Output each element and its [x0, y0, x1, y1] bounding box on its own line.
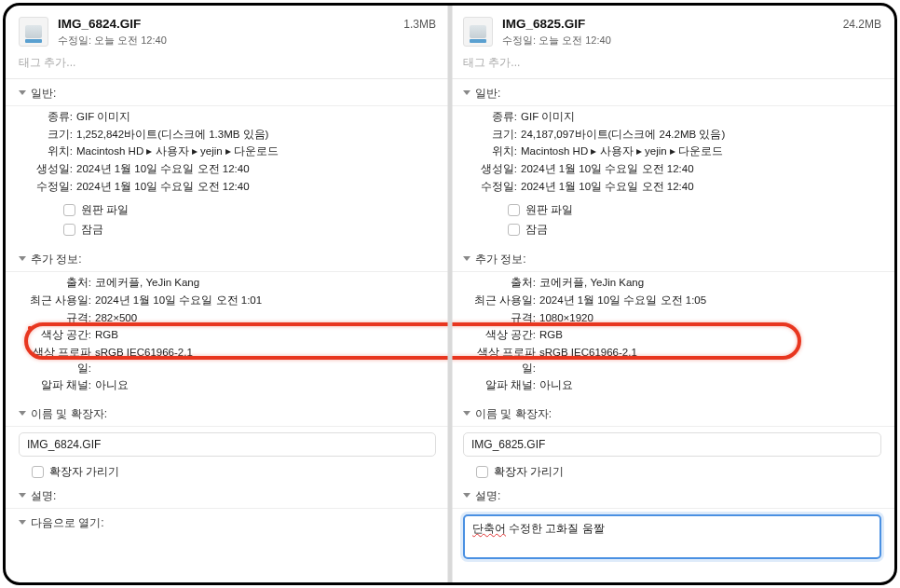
section-label: 이름 및 확장자: — [31, 406, 107, 422]
section-label: 설명: — [475, 488, 500, 504]
section-label: 다음으로 열기: — [31, 515, 104, 531]
description-text-misspelled: 단축어 — [472, 523, 506, 534]
info-panel-right: IMG_6825.GIF 수정일: 오늘 오전 12:40 24.2MB 태그 … — [450, 6, 894, 582]
file-name: IMG_6825.GIF — [502, 17, 834, 31]
value-kind: GIF 이미지 — [76, 109, 130, 125]
label-modified: 수정일: — [463, 179, 521, 195]
value-lastused: 2024년 1월 10일 수요일 오전 1:05 — [539, 293, 706, 308]
section-description[interactable]: 설명: — [450, 482, 894, 509]
section-label: 이름 및 확장자: — [475, 406, 552, 422]
section-general[interactable]: 일반: — [6, 79, 449, 106]
disclosure-triangle-icon — [463, 90, 470, 95]
file-size: 1.3MB — [403, 17, 436, 31]
description-field[interactable]: 단축어 수정한 고화질 움짤 — [463, 514, 881, 559]
modified-subtitle: 수정일: 오늘 오전 12:40 — [502, 34, 834, 48]
value-size: 24,187,097바이트(디스크에 24.2MB 있음) — [521, 127, 725, 143]
label-alpha: 알파 채널: — [19, 377, 95, 393]
label-where: 위치: — [463, 144, 521, 159]
hide-extension-checkbox[interactable] — [32, 466, 44, 478]
header: IMG_6824.GIF 수정일: 오늘 오전 12:40 1.3MB — [6, 6, 449, 51]
value-where: Macintosh HD ▸ 사용자 ▸ yejin ▸ 다운로드 — [76, 144, 279, 159]
locked-label: 잠금 — [81, 223, 103, 237]
name-extension-field[interactable]: IMG_6825.GIF — [463, 432, 881, 457]
locked-checkbox[interactable] — [508, 224, 520, 236]
template-label: 원판 파일 — [81, 203, 129, 217]
value-colorspace: RGB — [539, 327, 563, 343]
label-modified: 수정일: — [19, 179, 76, 195]
value-source: 코에커플, YeJin Kang — [95, 275, 199, 291]
label-source: 출처: — [37, 275, 95, 291]
label-kind: 종류: — [19, 109, 76, 125]
value-colorspace: RGB — [95, 327, 118, 343]
label-alpha: 알파 채널: — [463, 377, 539, 393]
label-source: 출처: — [482, 275, 539, 291]
label-created: 생성일: — [463, 161, 521, 177]
file-name: IMG_6824.GIF — [58, 17, 394, 31]
hide-extension-label: 확장자 가리기 — [49, 465, 119, 479]
disclosure-triangle-icon — [19, 90, 26, 95]
label-colorspace: 색상 공간: — [463, 327, 539, 343]
tag-field[interactable]: 태그 추가... — [6, 51, 449, 79]
section-label: 추가 정보: — [475, 252, 526, 267]
file-thumbnail-icon — [19, 17, 48, 47]
section-open-with[interactable]: 다음으로 열기: — [6, 509, 449, 535]
section-label: 일반: — [31, 86, 56, 102]
value-modified: 2024년 1월 10일 수요일 오전 12:40 — [521, 179, 694, 195]
value-kind: GIF 이미지 — [521, 109, 575, 125]
label-size: 크기: — [19, 127, 76, 143]
label-dimensions: 규격: — [482, 310, 539, 326]
template-checkbox[interactable] — [508, 204, 520, 216]
locked-checkbox[interactable] — [63, 224, 75, 236]
value-dimensions: 1080×1920 — [539, 310, 593, 326]
value-dimensions: 282×500 — [95, 310, 137, 326]
section-extra[interactable]: 추가 정보: — [450, 245, 894, 272]
label-lastused: 최근 사용일: — [463, 293, 539, 308]
value-size: 1,252,842바이트(디스크에 1.3MB 있음) — [76, 127, 268, 143]
value-source: 코에커플, YeJin Kang — [539, 275, 644, 291]
locked-label: 잠금 — [525, 223, 548, 237]
section-extra[interactable]: 추가 정보: — [6, 245, 449, 272]
value-created: 2024년 1월 10일 수요일 오전 12:40 — [521, 161, 694, 177]
value-profile: sRGB IEC61966-2.1 — [95, 345, 193, 376]
value-where: Macintosh HD ▸ 사용자 ▸ yejin ▸ 다운로드 — [521, 144, 723, 159]
disclosure-triangle-icon — [463, 493, 470, 498]
section-label: 추가 정보: — [31, 252, 82, 267]
label-lastused: 최근 사용일: — [19, 293, 95, 308]
label-size: 크기: — [463, 127, 521, 143]
hide-extension-label: 확장자 가리기 — [494, 465, 564, 479]
value-modified: 2024년 1월 10일 수요일 오전 12:40 — [76, 179, 250, 195]
label-colorspace: 색상 공간: — [19, 327, 95, 343]
section-name-ext[interactable]: 이름 및 확장자: — [450, 400, 894, 427]
section-label: 일반: — [475, 86, 500, 102]
section-general[interactable]: 일반: — [450, 79, 894, 106]
section-description[interactable]: 설명: — [6, 482, 449, 509]
disclosure-triangle-icon — [19, 411, 26, 416]
header: IMG_6825.GIF 수정일: 오늘 오전 12:40 24.2MB — [450, 6, 894, 51]
modified-subtitle: 수정일: 오늘 오전 12:40 — [58, 34, 394, 48]
value-lastused: 2024년 1월 10일 수요일 오전 1:01 — [95, 293, 262, 308]
tag-field[interactable]: 태그 추가... — [450, 51, 894, 79]
value-profile: sRGB IEC61966-2.1 — [539, 345, 637, 376]
label-dimensions: 규격: — [37, 310, 95, 326]
disclosure-triangle-icon — [463, 411, 470, 416]
description-text: 수정한 고화질 움짤 — [506, 523, 605, 534]
file-size: 24.2MB — [843, 17, 881, 31]
disclosure-triangle-icon — [19, 520, 26, 525]
info-panel-left: IMG_6824.GIF 수정일: 오늘 오전 12:40 1.3MB 태그 추… — [6, 6, 450, 582]
template-checkbox[interactable] — [63, 204, 75, 216]
label-created: 생성일: — [19, 161, 76, 177]
label-kind: 종류: — [463, 109, 521, 125]
value-alpha: 아니요 — [539, 377, 573, 393]
section-name-ext[interactable]: 이름 및 확장자: — [6, 400, 449, 427]
label-profile: 색상 프로파일: — [463, 345, 539, 376]
disclosure-triangle-icon — [19, 256, 26, 261]
file-thumbnail-icon — [463, 17, 493, 47]
name-extension-field[interactable]: IMG_6824.GIF — [19, 432, 436, 457]
disclosure-triangle-icon — [19, 493, 26, 498]
hide-extension-checkbox[interactable] — [476, 466, 488, 478]
value-alpha: 아니요 — [95, 377, 129, 393]
section-label: 설명: — [31, 488, 56, 504]
disclosure-triangle-icon — [463, 256, 470, 261]
template-label: 원판 파일 — [525, 203, 573, 217]
value-created: 2024년 1월 10일 수요일 오전 12:40 — [76, 161, 250, 177]
